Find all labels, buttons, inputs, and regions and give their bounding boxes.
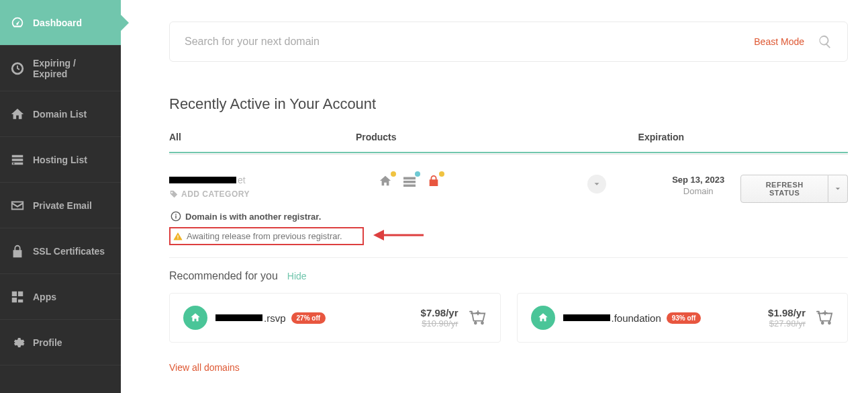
sidebar-label: Hosting List [33,155,87,165]
domain-row: et ADD CATEGORY [169,171,848,208]
rec-orig-price: $27.98/yr [768,318,806,329]
domain-icon [183,306,207,330]
clock-icon [10,61,25,76]
divider [169,257,848,258]
hide-link[interactable]: Hide [287,271,307,281]
sidebar-item-ssl[interactable]: SSL Certificates [0,228,121,274]
beast-mode-link[interactable]: Beast Mode [754,36,804,47]
tab-expiration[interactable]: Expiration [638,122,684,152]
section-title: Recently Active in Your Account [169,95,848,113]
sidebar-label: Apps [33,292,56,302]
divider [169,154,848,155]
sidebar-item-hostinglist[interactable]: Hosting List [0,137,121,183]
sidebar-item-domainlist[interactable]: Domain List [0,91,121,137]
ssl-product-icon[interactable] [426,175,441,187]
arrow-annotation [373,228,424,243]
discount-badge: 93% off [667,312,702,324]
expiration-date: Sep 13, 2023 [656,175,741,185]
redacted-text [215,314,262,321]
rec-tld: .foundation [612,312,661,324]
tab-all[interactable]: All [169,122,181,152]
server-icon [10,152,25,167]
add-category-link[interactable]: ADD CATEGORY [169,189,378,199]
search-icon[interactable] [818,34,832,49]
sidebar-item-profile[interactable]: Profile [0,320,121,365]
tabs: All Products Expiration [169,122,848,153]
domain-icon [531,306,555,330]
server-product-icon[interactable] [402,175,417,187]
recommended-card[interactable]: .foundation 93% off $1.98/yr $27.98/yr [517,293,849,343]
expand-toggle[interactable] [587,175,606,193]
redacted-text [563,314,610,321]
sidebar: Dashboard Expiring / Expired Domain List… [0,0,121,393]
svg-rect-2 [175,216,176,219]
caret-down-icon [835,186,840,191]
svg-point-1 [175,214,177,215]
warning-icon [173,232,183,241]
search-bar: Beast Mode [169,21,848,62]
refresh-status-button[interactable]: REFRESH STATUS [740,175,828,203]
lock-icon [10,244,25,259]
status-dot [415,171,420,177]
sidebar-item-dashboard[interactable]: Dashboard [0,0,121,46]
sidebar-label: Domain List [33,109,87,120]
svg-rect-3 [177,235,178,238]
status-text: Awaiting release from previous registrar… [187,231,342,241]
expiration-info: Sep 13, 2023 Domain [656,175,741,196]
chevron-down-icon [592,179,601,189]
products-icons [378,175,538,187]
refresh-dropdown[interactable] [828,175,848,203]
cart-icon[interactable] [816,310,834,326]
status-dot [439,171,444,177]
tag-icon [169,189,179,199]
status-dot [391,171,396,177]
sidebar-label: Dashboard [33,17,82,28]
sidebar-label: Private Email [33,200,92,211]
domain-name[interactable]: et [169,175,378,185]
rec-price: $7.98/yr [421,307,459,318]
domain-tld: et [238,175,246,185]
status-row-registrar: Domain is with another registrar. [169,211,848,222]
status-text: Domain is with another registrar. [185,212,321,222]
view-all-domains-link[interactable]: View all domains [169,362,240,373]
hosting-product-icon[interactable] [378,175,393,187]
redacted-text [169,177,236,183]
search-input[interactable] [185,36,754,48]
home-icon [10,107,25,122]
rec-price: $1.98/yr [768,307,806,318]
gear-icon [10,335,25,350]
recommended-cards: .rsvp 27% off $7.98/yr $10.98/yr .founda… [169,293,848,343]
mail-icon [10,198,25,213]
sidebar-label: Expiring / Expired [33,58,111,79]
tab-products[interactable]: Products [356,122,397,152]
sidebar-item-apps[interactable]: Apps [0,274,121,320]
main-content: Beast Mode Recently Active in Your Accou… [121,0,868,393]
expiration-type: Domain [656,186,741,196]
highlight-annotation: Awaiting release from previous registrar… [169,227,364,245]
rec-orig-price: $10.98/yr [421,318,459,329]
sidebar-item-privateemail[interactable]: Private Email [0,183,121,228]
recommended-title: Recommended for you [169,270,278,282]
sidebar-label: Profile [33,337,62,348]
apps-icon [10,290,25,304]
svg-rect-4 [177,238,178,238]
sidebar-label: SSL Certificates [33,246,105,257]
recommended-card[interactable]: .rsvp 27% off $7.98/yr $10.98/yr [169,293,501,343]
sidebar-item-expiring[interactable]: Expiring / Expired [0,46,121,91]
discount-badge: 27% off [291,312,326,324]
cart-icon[interactable] [469,310,487,326]
gauge-icon [10,15,25,30]
rec-tld: .rsvp [264,312,286,324]
info-icon [171,211,181,222]
